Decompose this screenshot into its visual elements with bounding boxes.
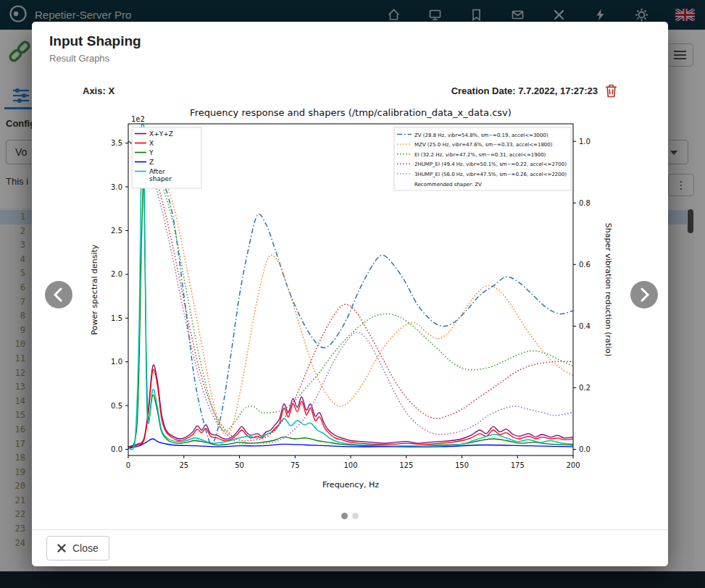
svg-text:2HUMP_EI (49.4 Hz, vibr=50.1%,: 2HUMP_EI (49.4 Hz, vibr=50.1%, sm~=0.22,… (414, 161, 567, 167)
svg-text:Power spectral density: Power spectral density (90, 244, 99, 335)
carousel-prev-button[interactable] (45, 281, 72, 308)
svg-text:75: 75 (291, 461, 300, 469)
svg-text:3.0: 3.0 (111, 183, 122, 191)
input-shaping-dialog: Input Shaping Result Graphs Axis: X Crea… (32, 22, 668, 566)
svg-text:125: 125 (399, 461, 413, 469)
svg-text:0.0: 0.0 (111, 445, 122, 453)
close-button[interactable]: Close (46, 536, 109, 560)
svg-text:Y: Y (149, 149, 154, 156)
svg-text:2.5: 2.5 (111, 227, 122, 235)
dialog-footer: Close (32, 529, 668, 566)
svg-text:After: After (149, 168, 165, 175)
svg-text:175: 175 (511, 461, 525, 469)
svg-text:1.0: 1.0 (579, 138, 591, 146)
svg-text:Frequency response and shapers: Frequency response and shapers (/tmp/cal… (190, 107, 512, 118)
svg-text:0.8: 0.8 (579, 199, 591, 207)
svg-text:1e2: 1e2 (131, 115, 145, 123)
svg-text:100: 100 (343, 461, 357, 469)
dialog-title: Input Shaping (49, 33, 651, 49)
svg-text:Shaper vibration reduction (ra: Shaper vibration reduction (ratio) (604, 223, 613, 356)
carousel-dots (32, 513, 668, 519)
delete-result-button[interactable] (605, 84, 617, 98)
svg-text:0.0: 0.0 (579, 445, 591, 453)
close-button-label: Close (72, 542, 99, 554)
svg-text:1.0: 1.0 (111, 358, 122, 366)
svg-text:0: 0 (126, 461, 130, 469)
carousel-dot[interactable] (341, 513, 348, 519)
svg-text:1.5: 1.5 (111, 314, 122, 322)
chart-container: Frequency response and shapers (/tmp/cal… (83, 104, 617, 503)
svg-text:50: 50 (235, 461, 244, 469)
carousel-dot[interactable] (352, 513, 359, 519)
svg-text:0.2: 0.2 (579, 384, 591, 392)
dialog-subtitle: Result Graphs (49, 53, 651, 64)
frequency-response-chart: Frequency response and shapers (/tmp/cal… (83, 104, 617, 503)
svg-text:0.4: 0.4 (579, 322, 591, 330)
svg-text:25: 25 (179, 461, 188, 469)
creation-date: Creation Date: 7.7.2022, 17:27:23 (451, 84, 617, 98)
creation-date-label: Creation Date: 7.7.2022, 17:27:23 (451, 85, 598, 96)
svg-text:3HUMP_EI (56.0 Hz, vibr=47.5%,: 3HUMP_EI (56.0 Hz, vibr=47.5%, sm~=0.26,… (414, 172, 567, 177)
svg-text:Z: Z (149, 159, 154, 166)
svg-text:2.0: 2.0 (111, 270, 122, 278)
svg-text:Frequency, Hz: Frequency, Hz (322, 480, 379, 490)
axis-label: Axis: X (83, 85, 114, 96)
svg-text:shaper: shaper (149, 175, 172, 182)
svg-text:150: 150 (455, 461, 469, 469)
svg-text:MZV (25.0 Hz, vibr=47.6%, sm~=: MZV (25.0 Hz, vibr=47.6%, sm~=0.33, acce… (414, 142, 553, 148)
svg-text:EI (32.2 Hz, vibr=47.2%, sm~=0: EI (32.2 Hz, vibr=47.2%, sm~=0.31, accel… (414, 152, 546, 158)
svg-text:Recommended shaper: ZV: Recommended shaper: ZV (414, 182, 482, 188)
svg-text:X+Y+Z: X+Y+Z (149, 130, 173, 138)
result-meta-row: Axis: X Creation Date: 7.7.2022, 17:27:2… (83, 84, 617, 98)
carousel-next-button[interactable] (630, 281, 658, 308)
dialog-header: Input Shaping Result Graphs (32, 22, 668, 71)
svg-text:0.6: 0.6 (579, 261, 591, 269)
svg-text:200: 200 (566, 461, 580, 469)
svg-text:0.5: 0.5 (111, 402, 122, 410)
svg-text:3.5: 3.5 (111, 139, 122, 147)
svg-text:X: X (149, 140, 154, 147)
svg-text:ZV (28.8 Hz, vibr=54.8%, sm~=0: ZV (28.8 Hz, vibr=54.8%, sm~=0.19, accel… (414, 133, 548, 138)
